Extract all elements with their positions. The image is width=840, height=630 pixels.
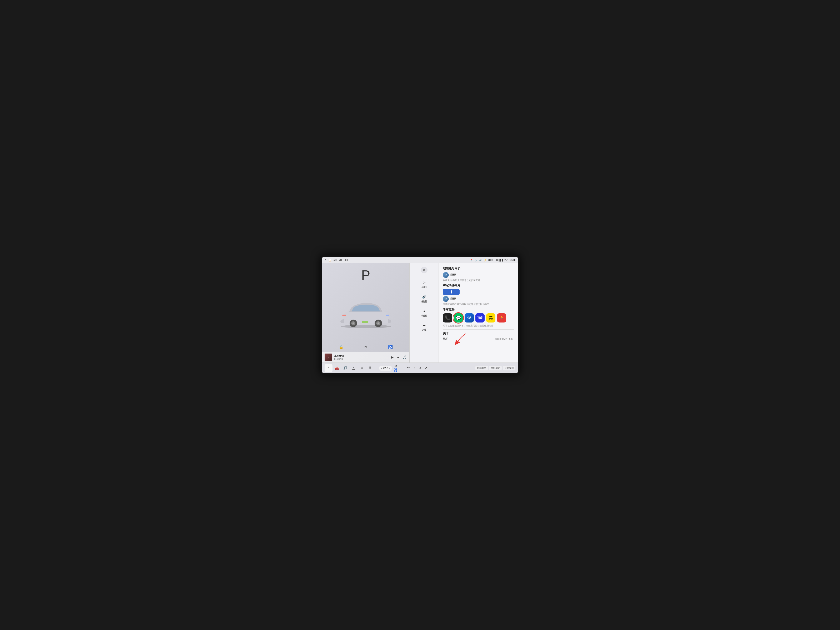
ac-icon: ❄ (395, 364, 397, 368)
fitness-app-icon[interactable]: 🏃 (497, 313, 506, 322)
fan-button[interactable]: ⊹ (399, 366, 404, 371)
menu-icon2: ≡Q (339, 259, 342, 261)
svg-point-0 (341, 325, 391, 328)
next-button[interactable]: ⏭ (396, 355, 400, 359)
bind-account-section: 绑定高德账号 混 阿混 高德账号的收藏夹/导航历史等信息已同步至车 (443, 284, 514, 306)
navigation-nav-icon: △ (352, 366, 355, 370)
account-row: 混 阿混 (443, 272, 514, 278)
home-icon: ⌂ (327, 366, 330, 370)
profile-nav-button[interactable]: ∞ (358, 364, 366, 372)
artist-name: BEYOND (334, 358, 389, 360)
ev-priority-button[interactable]: 纯电优先 (489, 366, 502, 370)
recirculate-ctrl-icon: ↺ (418, 366, 421, 370)
profile-icon: ∞ (361, 366, 363, 370)
more-menu-item[interactable]: ••• 更多 (410, 321, 439, 335)
road-mode-button[interactable]: 公路模式 (503, 366, 515, 370)
broadcast-icon: 🔊 (422, 295, 426, 299)
svg-point-7 (352, 322, 354, 324)
close-button[interactable]: ✕ (421, 267, 428, 273)
gear-indicator: P (322, 263, 409, 283)
signal-strength: 5G▐▐▐ (495, 259, 503, 261)
vehicle-control-icons: 🔒 ↻ ♿ (322, 343, 409, 352)
temp-right-chevron[interactable]: › (389, 367, 390, 369)
ac-toggle-button[interactable]: ❄ A/CON (393, 363, 398, 373)
seat-icon: ♿ (388, 345, 393, 350)
phone-connectivity-description: 用手机发送地点到车，点击应用图标查看使用方法 (443, 324, 514, 327)
fitness-icon: 🏃 (499, 316, 504, 321)
wechat-app-icon[interactable]: 💬 (454, 313, 463, 322)
airflow-button[interactable]: ↗ (423, 366, 428, 371)
auto-lights-button[interactable]: 自动灯光 (475, 366, 488, 370)
volume-icon: 🔊 (479, 259, 482, 262)
temperature-control[interactable]: ‹ 22.0 › (379, 366, 392, 371)
music-info: 真的爱你 BEYOND (334, 354, 389, 360)
baidu-app-icon[interactable]: 百度 (475, 313, 485, 322)
gaode-subtext: 高德账号的收藏夹/导航历史等信息已同步至车 (443, 303, 514, 306)
car-display-frame: ⊙ 🔁 ≡Q ≡Q 300 📍 🔗 🔊 ⚡ SOS 5G▐▐▐ 25° 18:0… (320, 254, 520, 376)
car-icon: 🚗 (335, 366, 339, 370)
gaode-account-name: 阿混 (450, 297, 456, 301)
song-title: 真的爱你 (334, 354, 389, 358)
defrost-icon: ⌇ (413, 366, 415, 370)
apps-nav-button[interactable]: ⠿ (366, 364, 374, 372)
favorites-menu-item[interactable]: ★ 收藏 (410, 306, 439, 321)
phone-icon: 📞 (445, 315, 450, 321)
temperature-display: 25° (504, 259, 508, 261)
gaode-avatar: 混 (443, 296, 449, 302)
temp-left-chevron[interactable]: ‹ (381, 367, 382, 369)
music-player-bar: ♪ 真的爱你 BEYOND ▶ ⏭ 🎵 (322, 352, 409, 363)
bluetooth-icon: ⚡ (484, 259, 487, 262)
navigation-label: 导航 (422, 285, 427, 289)
location-icon: 📍 (470, 259, 473, 262)
car-nav-button[interactable]: 🚗 (333, 364, 341, 372)
user-avatar: 混 (443, 272, 449, 278)
about-row[interactable]: 地图 当前版本V2.4.50 > (443, 337, 514, 341)
navigation-menu-panel: ✕ ▷ 导航 🔊 播报 ★ 收藏 ••• 更多 (410, 263, 439, 363)
account-name: 阿混 (450, 273, 456, 277)
music-nav-button[interactable]: 🎵 (341, 364, 349, 372)
wechat-icon: 💬 (456, 316, 461, 321)
recirculate-ctrl-button[interactable]: ↺ (417, 366, 422, 371)
home-nav-button[interactable]: ⌂ (325, 364, 333, 372)
app-icons-row: 📞 💬 🗺 百度 (443, 313, 514, 322)
play-button[interactable]: ▶ (391, 355, 393, 359)
meituan-app-icon[interactable]: 美 (486, 313, 496, 322)
defrost-button[interactable]: ⌇ (412, 366, 416, 371)
status-right-icons: 📍 🔗 🔊 ⚡ SOS 5G▐▐▐ 25° 18:00 (470, 259, 515, 262)
sos-label: SOS (488, 259, 493, 261)
broadcast-label: 播报 (422, 300, 427, 303)
link-icon: 🔗 (475, 259, 477, 262)
lock-button[interactable]: 🔒 (339, 345, 343, 350)
bind-account-title: 绑定高德账号 (443, 284, 514, 287)
nav-nav-button[interactable]: △ (350, 364, 357, 372)
bind-progress-bar[interactable] (443, 289, 459, 295)
maps-app-icon[interactable]: 🗺 (464, 313, 474, 322)
bind-bar-indicator (451, 290, 452, 294)
status-bar: ⊙ 🔁 ≡Q ≡Q 300 📍 🔗 🔊 ⚡ SOS 5G▐▐▐ 25° 18:0… (322, 257, 518, 263)
svg-rect-9 (342, 314, 346, 316)
phone-connectivity-title: 手车互联 (443, 308, 514, 312)
about-map-label: 地图 (443, 337, 448, 341)
climate-controls: ‹ 22.0 › ❄ A/CON ⊹ 〜 ⌇ ↺ (379, 363, 515, 373)
navigation-menu-item[interactable]: ▷ 导航 (410, 278, 439, 292)
driver-assist-icon: 🔁 (328, 259, 332, 262)
broadcast-menu-item[interactable]: 🔊 播报 (410, 292, 439, 306)
svg-point-4 (377, 322, 379, 324)
navigation-icon: ▷ (423, 280, 425, 284)
car-image-area (322, 283, 409, 343)
account-sync-title: 理想账号同步 (443, 267, 514, 270)
lock-icon: 🔒 (339, 345, 343, 350)
recirculate-button[interactable]: ↻ (364, 345, 367, 350)
phone-app-icon[interactable]: 📞 (443, 313, 452, 322)
music-controls: ▶ ⏭ 🎵 (391, 355, 407, 359)
seat-heat-button[interactable]: 〜 (406, 365, 411, 371)
music-app-icon[interactable]: 🎵 (403, 355, 407, 359)
bottom-control-bar: ⌂ 🚗 🎵 △ ∞ ⠿ (322, 363, 518, 373)
warning-icon: ⊙ (325, 259, 327, 262)
apps-grid-icon: ⠿ (369, 366, 371, 370)
fan-icon: ⊹ (401, 366, 403, 370)
seat-button[interactable]: ♿ (388, 345, 393, 350)
left-vehicle-panel: P (322, 263, 410, 363)
settings-panel: 理想账号同步 混 阿混 收藏夹/导航历史等信息已同步至云端 绑定高德账号 (439, 263, 518, 363)
account-sync-subtext: 收藏夹/导航历史等信息已同步至云端 (443, 279, 514, 282)
